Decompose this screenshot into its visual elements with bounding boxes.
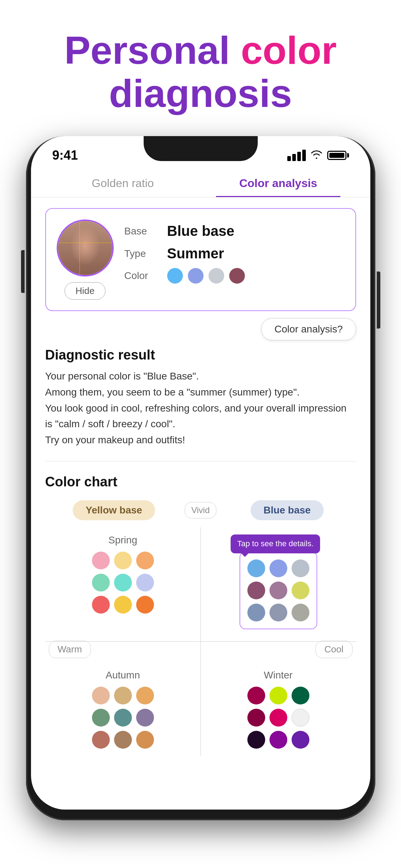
spring-dot-3: [136, 552, 154, 569]
color-dot-3: [209, 268, 224, 284]
tab-color-analysis[interactable]: Color analysis: [201, 168, 356, 197]
summer-dots: [247, 559, 309, 621]
autumn-dot-2: [114, 687, 132, 704]
summer-quadrant: Summer Tap to see the details.: [201, 527, 356, 636]
type-label: Type: [124, 248, 167, 259]
autumn-dot-8: [114, 731, 132, 749]
winter-quadrant: Winter: [201, 662, 356, 756]
spring-label: Spring: [108, 534, 137, 546]
color-chart-title: Color chart: [45, 474, 356, 490]
autumn-dot-5: [114, 709, 132, 727]
status-time: 9:41: [52, 148, 78, 163]
base-label: Base: [124, 226, 167, 237]
summer-dot-4: [247, 582, 265, 599]
hero-word-color: color: [241, 28, 337, 72]
color-dots: [167, 268, 245, 284]
profile-photo-wrap: Hide: [57, 219, 114, 300]
section-divider: [45, 461, 356, 461]
spring-dot-6: [136, 574, 154, 591]
spring-dot-8: [114, 596, 132, 614]
winter-dot-7: [247, 731, 265, 749]
chart-grid-container: Spring: [45, 527, 356, 756]
hero-title: Personal color diagnosis: [43, 29, 358, 115]
color-row: Color: [124, 268, 345, 284]
battery-icon: [327, 151, 349, 160]
autumn-label: Autumn: [106, 670, 140, 681]
spring-dots: [92, 552, 154, 614]
wifi-icon: [311, 150, 322, 161]
summer-dot-5: [269, 582, 287, 599]
base-row: Base Blue base: [124, 223, 345, 239]
color-dot-2: [188, 268, 204, 284]
spring-dot-4: [92, 574, 110, 591]
autumn-dot-1: [92, 687, 110, 704]
winter-dot-5: [269, 709, 287, 727]
summer-dot-6: [292, 582, 309, 599]
phone-screen: 9:41: [31, 136, 370, 810]
vivid-label-wrap: Vivid: [179, 500, 222, 520]
summer-dot-8: [269, 604, 287, 621]
color-label: Color: [124, 270, 167, 281]
summer-dot-1: [247, 559, 265, 577]
winter-dot-9: [292, 731, 309, 749]
hero-word-personal: Personal: [64, 28, 241, 72]
type-row: Type Summer: [124, 246, 345, 262]
status-icons: [287, 150, 349, 161]
autumn-dot-7: [92, 731, 110, 749]
autumn-dot-9: [136, 731, 154, 749]
profile-card: Hide Base Blue base Type Summer: [45, 208, 356, 311]
winter-label: Winter: [264, 670, 293, 681]
winter-dot-2: [269, 687, 287, 704]
spring-dot-1: [92, 552, 110, 569]
summer-box: Tap to see the details.: [240, 552, 317, 629]
winter-dot-6: [292, 709, 309, 727]
photo-lines: [58, 221, 112, 275]
base-labels: Yellow base Vivid Blue base: [45, 500, 356, 520]
yellow-base-label: Yellow base: [73, 500, 155, 520]
spring-dot-2: [114, 552, 132, 569]
color-dot-1: [167, 268, 183, 284]
warm-label: Warm: [49, 641, 91, 658]
blue-base-label: Blue base: [251, 500, 323, 520]
autumn-dots: [92, 687, 154, 749]
phone-frame: 9:41: [26, 136, 375, 820]
color-analysis-question-button[interactable]: Color analysis?: [261, 318, 356, 340]
color-dot-4: [229, 268, 245, 284]
summer-dot-7: [247, 604, 265, 621]
spring-dot-7: [92, 596, 110, 614]
color-chart-section: Color chart Yellow base Vivid Blue base: [45, 474, 356, 770]
summer-dot-9: [292, 604, 309, 621]
phone-notch: [144, 136, 258, 161]
spring-dot-9: [136, 596, 154, 614]
winter-dot-1: [247, 687, 265, 704]
hero-word-diagnosis: diagnosis: [109, 71, 292, 115]
winter-dots: [247, 687, 309, 749]
spring-quadrant: Spring: [45, 527, 201, 636]
tab-bar: Golden ratio Color analysis: [31, 168, 370, 197]
tap-tooltip: Tap to see the details.: [231, 534, 320, 553]
page-wrapper: Personal color diagnosis 9:41: [0, 0, 401, 868]
phone-wrapper: 9:41: [26, 136, 375, 820]
summer-dot-2: [269, 559, 287, 577]
autumn-quadrant: Autumn: [45, 662, 201, 756]
profile-photo: [57, 219, 114, 277]
yellow-base-label-wrap: Yellow base: [49, 500, 179, 520]
hide-button[interactable]: Hide: [65, 282, 106, 300]
winter-dot-4: [247, 709, 265, 727]
cool-label: Cool: [315, 641, 352, 658]
profile-info: Base Blue base Type Summer Color: [124, 219, 345, 290]
autumn-dot-3: [136, 687, 154, 704]
autumn-dot-6: [136, 709, 154, 727]
spring-dot-5: [114, 574, 132, 591]
color-analysis-btn-wrap: Color analysis?: [45, 318, 356, 340]
diagnostic-text: Your personal color is "Blue Base". Amon…: [45, 368, 356, 448]
content-area: Hide Base Blue base Type Summer: [31, 208, 370, 770]
autumn-dot-4: [92, 709, 110, 727]
signal-icon: [287, 150, 306, 161]
base-value: Blue base: [167, 223, 235, 239]
horizontal-divider: [45, 641, 356, 642]
vivid-label: Vivid: [185, 502, 217, 518]
tab-golden-ratio[interactable]: Golden ratio: [45, 168, 201, 197]
blue-base-label-wrap: Blue base: [222, 500, 353, 520]
diagnostic-title: Diagnostic result: [45, 347, 356, 363]
